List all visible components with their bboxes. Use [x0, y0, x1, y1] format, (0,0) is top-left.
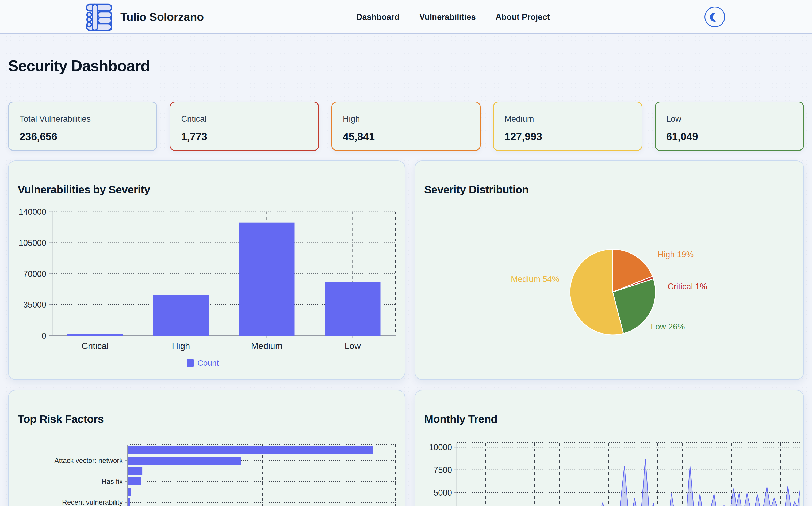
- brand-name: Tulio Solorzano: [120, 10, 204, 23]
- panel-title: Top Risk Factors: [18, 413, 104, 425]
- svg-text:10000: 10000: [429, 443, 452, 452]
- svg-text:35000: 35000: [23, 300, 46, 310]
- panel-top-risk-factors: Top Risk Factors Attack vector: networkH…: [8, 390, 405, 506]
- svg-text:Attack vector: network: Attack vector: network: [54, 456, 123, 465]
- panel-monthly-trend: Monthly Trend 5000750010000: [415, 390, 804, 506]
- legend-swatch: [187, 359, 194, 367]
- risk-factors-bar-chart: Attack vector: networkHas fixRecent vuln…: [9, 437, 406, 506]
- panel-title: Vulnerabilities by Severity: [18, 183, 150, 196]
- svg-text:5000: 5000: [434, 488, 452, 497]
- panel-severity-distribution: Severity Distribution High 19%Critical 1…: [415, 160, 804, 380]
- nav-item-vulnerabilities[interactable]: Vulnerabilities: [419, 12, 476, 22]
- pie-label-high: High 19%: [658, 250, 694, 259]
- stat-label: Total Vulnerabilities: [19, 114, 146, 124]
- svg-text:7500: 7500: [434, 466, 452, 475]
- stat-value: 236,656: [19, 131, 146, 143]
- bar-chart-legend: Count: [187, 358, 219, 367]
- svg-text:105000: 105000: [19, 238, 46, 248]
- page-title: Security Dashboard: [8, 57, 150, 75]
- svg-text:140000: 140000: [19, 207, 46, 217]
- stat-value: 61,049: [666, 131, 793, 143]
- pie-label-low: Low 26%: [651, 322, 685, 332]
- stat-card-total: Total Vulnerabilities 236,656: [8, 102, 157, 151]
- severity-bar-chart: 03500070000105000140000CriticalHighMediu…: [9, 204, 406, 356]
- nav-divider: [347, 0, 347, 34]
- stat-card-critical: Critical 1,773: [170, 102, 319, 151]
- stat-card-high: High 45,841: [331, 102, 481, 151]
- svg-text:Critical: Critical: [82, 341, 109, 351]
- pie-label-medium: Medium 54%: [511, 274, 559, 284]
- svg-text:Has fix: Has fix: [102, 477, 123, 485]
- stat-card-low: Low 61,049: [655, 102, 804, 151]
- stat-value: 1,773: [181, 131, 307, 143]
- ts-logo-icon: [85, 2, 114, 32]
- nav-menu: Dashboard Vulnerabilities About Project: [356, 0, 550, 34]
- svg-text:Medium: Medium: [251, 341, 282, 351]
- stat-label: Low: [666, 114, 793, 124]
- severity-pie-chart: [415, 161, 805, 380]
- stat-value: 127,993: [505, 131, 631, 143]
- svg-text:70000: 70000: [23, 269, 46, 279]
- pie-label-critical: Critical 1%: [667, 282, 707, 291]
- stat-label: High: [343, 114, 469, 124]
- moon-icon: [708, 10, 722, 24]
- stats-row: Total Vulnerabilities 236,656 Critical 1…: [8, 102, 804, 151]
- stat-card-medium: Medium 127,993: [493, 102, 642, 151]
- monthly-trend-area-chart: 5000750010000: [415, 437, 805, 506]
- nav-item-about-project[interactable]: About Project: [495, 12, 550, 22]
- stat-label: Medium: [505, 114, 631, 124]
- navbar: Tulio Solorzano Dashboard Vulnerabilitie…: [0, 0, 812, 34]
- svg-text:0: 0: [42, 331, 46, 340]
- stat-value: 45,841: [343, 131, 469, 143]
- panel-vulnerabilities-by-severity: Vulnerabilities by Severity 035000700001…: [8, 160, 405, 380]
- stat-label: Critical: [181, 114, 307, 124]
- legend-label: Count: [197, 358, 219, 367]
- nav-item-dashboard[interactable]: Dashboard: [356, 12, 399, 22]
- svg-text:High: High: [172, 341, 190, 351]
- brand[interactable]: Tulio Solorzano: [85, 0, 204, 34]
- svg-text:Recent vulnerability: Recent vulnerability: [62, 498, 123, 506]
- svg-text:Low: Low: [345, 341, 361, 351]
- theme-toggle-button[interactable]: [705, 7, 725, 27]
- panel-title: Monthly Trend: [424, 413, 498, 425]
